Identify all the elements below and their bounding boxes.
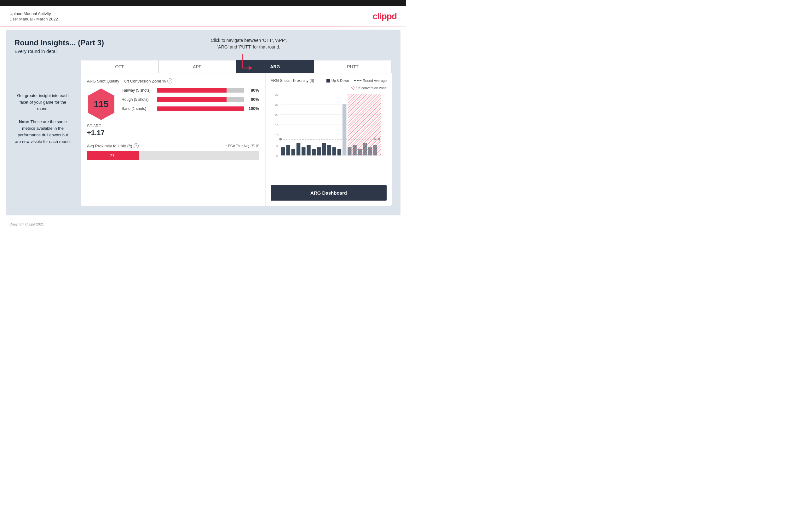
bar-4 [297,143,300,155]
footer: Copyright Clippd 2021 [0,219,406,230]
chart-area: 0 5 10 15 20 25 30 [271,92,387,182]
sg-value: +1.17 [87,129,259,137]
legend-round-avg-line [354,80,361,81]
hex-score: 115 [94,99,109,109]
dashboard-card: OTT APP ARG PUTT ARG Shot Quality 6ft Co… [81,60,392,206]
shot-bars: Fairway (5 shots) 80% Rough (5 [121,88,259,115]
legend-up-down-label: Up & Down [332,79,349,82]
legend-round-avg-label: Round Average [363,79,387,82]
top-bar [0,0,406,6]
bar-h5 [368,148,372,156]
left-panel: ARG Shot Quality 6ft Conversion Zone % ?… [81,73,266,206]
sg-section: SG ARG +1.17 [87,124,259,137]
hexagon-container: 115 [87,88,115,121]
bar-12 [338,149,341,155]
bar-h4 [363,143,367,155]
hex-score-area: 115 Fairway (5 shots) [87,88,259,121]
bar-9 [322,143,326,155]
rough-bar-fill [157,97,226,102]
insight-note-label: Note: [19,119,29,124]
card-body: ARG Shot Quality 6ft Conversion Zone % ?… [81,73,392,206]
conversion-help-icon[interactable]: ? [167,78,172,83]
chart-title: ARG Shots - Proximity (ft) [271,78,314,83]
shot-row-sand: Sand (1 shots) 100% [121,106,259,111]
rough-bar-remainder [226,97,244,102]
legend-conv-zone-swatch [351,86,354,90]
fairway-percent: 80% [248,88,259,93]
sand-label: Sand (1 shots) [121,106,153,111]
legend-round-avg: Round Average [354,79,387,82]
svg-marker-0 [249,66,253,70]
bar-2 [286,145,290,155]
header-manual: User Manual - March 2022 [9,17,58,21]
rough-label: Rough (5 shots) [121,97,153,102]
bar-11 [332,148,336,156]
svg-text:15: 15 [275,123,278,127]
legend-conv-zone-label: 6 ft conversion zone [356,86,387,90]
sg-label: SG ARG [87,124,259,128]
header-divider [0,26,406,26]
legend-row2: 6 ft conversion zone [271,86,387,90]
shot-row-fairway: Fairway (5 shots) 80% [121,88,259,93]
svg-text:25: 25 [275,103,278,106]
legend-up-down-square [326,79,330,82]
proximity-value: 77' [110,153,116,158]
svg-text:30: 30 [275,93,278,96]
chart-legend: Up & Down Round Average [326,79,387,82]
upload-manual-link[interactable]: Upload Manual Activity [9,11,58,16]
proximity-header: Avg Proximity to Hole (ft) ? ↑ PGA Tour … [87,143,259,148]
bar-tall [343,104,346,155]
tab-ott[interactable]: OTT [81,60,158,73]
bar-h2 [353,145,356,155]
bar-6 [307,145,310,155]
bar-5 [302,148,305,156]
nav-hint: Click to navigate between 'OTT', 'APP','… [211,37,287,74]
sand-bar-fill [157,106,244,111]
svg-point-17 [279,138,282,140]
arg-dashboard-button[interactable]: ARG Dashboard [271,185,387,201]
legend-up-down: Up & Down [326,79,349,82]
conversion-label: 6ft Conversion Zone % ? [124,78,172,83]
proximity-cursor [139,150,139,161]
right-panel: ARG Shots - Proximity (ft) Up & Down Rou… [266,73,392,206]
fairway-bar-fill [157,88,226,93]
bar-h3 [358,149,362,155]
rough-percent: 80% [248,97,259,102]
panel-header: ARG Shot Quality 6ft Conversion Zone % ? [87,78,259,83]
sand-percent: 100% [248,106,259,111]
bar-7 [312,149,316,155]
nav-hint-text: Click to navigate between 'OTT', 'APP','… [211,38,287,49]
proximity-section: Avg Proximity to Hole (ft) ? ↑ PGA Tour … [87,143,259,160]
svg-text:10: 10 [275,133,278,137]
proximity-label: Avg Proximity to Hole (ft) ? [87,143,139,148]
svg-text:0: 0 [276,154,278,158]
arg-chart-svg: 0 5 10 15 20 25 30 [271,92,387,158]
shot-quality-label: ARG Shot Quality [87,79,119,83]
bar-10 [327,145,331,155]
proximity-help-icon[interactable]: ? [134,143,139,148]
copyright: Copyright Clippd 2021 [9,222,44,226]
shot-row-rough: Rough (5 shots) 80% [121,97,259,102]
insight-text: Get greater insight into each facet of y… [14,93,71,145]
fairway-bar [157,88,244,93]
proximity-bar-container: 77' [87,151,259,160]
proximity-bar-fill: 77' [87,151,139,160]
pga-avg: ↑ PGA Tour Avg: 7'10" [225,144,259,148]
bar-8 [317,148,321,156]
sand-bar [157,106,244,111]
svg-text:20: 20 [275,113,278,116]
nav-arrow [211,52,287,74]
header-left: Upload Manual Activity User Manual - Mar… [9,11,58,21]
page-subtitle: Every round in detail [14,49,392,54]
insight-main: Get greater insight into each facet of y… [15,93,70,144]
chart-header: ARG Shots - Proximity (ft) Up & Down Rou… [271,78,387,83]
clippd-logo: clippd [373,11,397,21]
fairway-label: Fairway (5 shots) [121,88,153,93]
header: Upload Manual Activity User Manual - Mar… [0,6,406,26]
tab-putt[interactable]: PUTT [314,60,392,73]
fairway-bar-remainder [226,88,244,93]
bar-h6 [373,145,377,155]
main-content: Round Insights... (Part 3) Every round i… [6,30,401,215]
bar-h1 [348,148,351,156]
page-title: Round Insights... (Part 3) [14,39,392,47]
